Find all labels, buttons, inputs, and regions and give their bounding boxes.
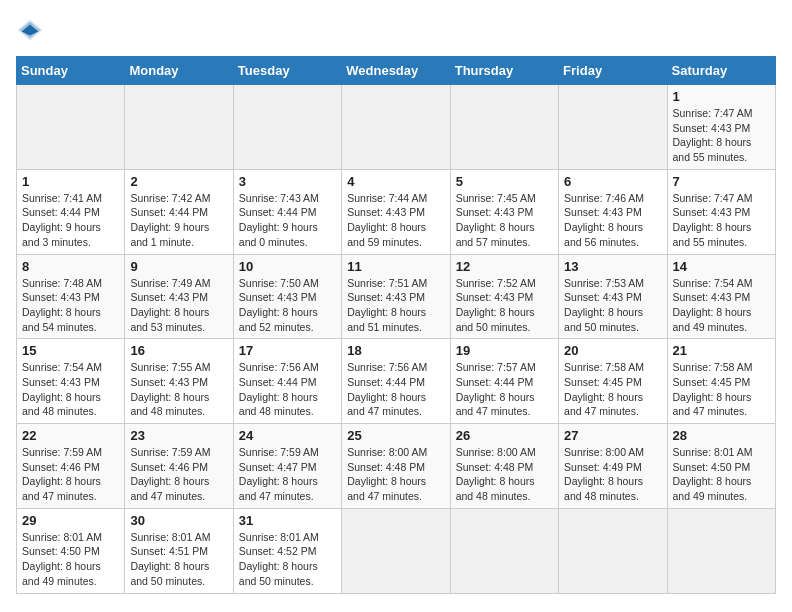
day-info: Sunrise: 7:58 AM Sunset: 4:45 PM Dayligh… bbox=[564, 360, 661, 419]
day-info: Sunrise: 7:45 AM Sunset: 4:43 PM Dayligh… bbox=[456, 191, 553, 250]
calendar-cell bbox=[233, 85, 341, 170]
day-of-week-friday: Friday bbox=[559, 57, 667, 85]
day-number: 12 bbox=[456, 259, 553, 274]
day-info: Sunrise: 7:54 AM Sunset: 4:43 PM Dayligh… bbox=[22, 360, 119, 419]
calendar-cell: 14 Sunrise: 7:54 AM Sunset: 4:43 PM Dayl… bbox=[667, 254, 775, 339]
calendar-cell: 6 Sunrise: 7:46 AM Sunset: 4:43 PM Dayli… bbox=[559, 169, 667, 254]
logo-icon bbox=[16, 16, 44, 44]
day-number: 31 bbox=[239, 513, 336, 528]
day-of-week-tuesday: Tuesday bbox=[233, 57, 341, 85]
calendar-cell bbox=[559, 508, 667, 593]
day-of-week-thursday: Thursday bbox=[450, 57, 558, 85]
calendar-cell bbox=[342, 85, 450, 170]
day-number: 17 bbox=[239, 343, 336, 358]
day-info: Sunrise: 7:49 AM Sunset: 4:43 PM Dayligh… bbox=[130, 276, 227, 335]
day-number: 20 bbox=[564, 343, 661, 358]
day-number: 14 bbox=[673, 259, 770, 274]
calendar-cell: 10 Sunrise: 7:50 AM Sunset: 4:43 PM Dayl… bbox=[233, 254, 341, 339]
day-number: 22 bbox=[22, 428, 119, 443]
day-number: 25 bbox=[347, 428, 444, 443]
day-info: Sunrise: 7:53 AM Sunset: 4:43 PM Dayligh… bbox=[564, 276, 661, 335]
calendar-cell: 21 Sunrise: 7:58 AM Sunset: 4:45 PM Dayl… bbox=[667, 339, 775, 424]
calendar-cell: 15 Sunrise: 7:54 AM Sunset: 4:43 PM Dayl… bbox=[17, 339, 125, 424]
day-info: Sunrise: 7:43 AM Sunset: 4:44 PM Dayligh… bbox=[239, 191, 336, 250]
calendar-cell: 8 Sunrise: 7:48 AM Sunset: 4:43 PM Dayli… bbox=[17, 254, 125, 339]
day-number: 9 bbox=[130, 259, 227, 274]
calendar-cell bbox=[559, 85, 667, 170]
day-number: 15 bbox=[22, 343, 119, 358]
page-header bbox=[16, 16, 776, 44]
day-info: Sunrise: 7:54 AM Sunset: 4:43 PM Dayligh… bbox=[673, 276, 770, 335]
day-of-week-monday: Monday bbox=[125, 57, 233, 85]
day-info: Sunrise: 7:56 AM Sunset: 4:44 PM Dayligh… bbox=[239, 360, 336, 419]
day-info: Sunrise: 7:51 AM Sunset: 4:43 PM Dayligh… bbox=[347, 276, 444, 335]
day-info: Sunrise: 7:41 AM Sunset: 4:44 PM Dayligh… bbox=[22, 191, 119, 250]
day-info: Sunrise: 7:59 AM Sunset: 4:46 PM Dayligh… bbox=[130, 445, 227, 504]
day-number: 27 bbox=[564, 428, 661, 443]
day-info: Sunrise: 8:00 AM Sunset: 4:49 PM Dayligh… bbox=[564, 445, 661, 504]
day-info: Sunrise: 7:42 AM Sunset: 4:44 PM Dayligh… bbox=[130, 191, 227, 250]
calendar-cell: 4 Sunrise: 7:44 AM Sunset: 4:43 PM Dayli… bbox=[342, 169, 450, 254]
calendar-cell: 12 Sunrise: 7:52 AM Sunset: 4:43 PM Dayl… bbox=[450, 254, 558, 339]
logo bbox=[16, 16, 48, 44]
calendar-cell bbox=[17, 85, 125, 170]
day-info: Sunrise: 8:01 AM Sunset: 4:50 PM Dayligh… bbox=[22, 530, 119, 589]
calendar-cell bbox=[450, 85, 558, 170]
calendar-cell bbox=[450, 508, 558, 593]
calendar-cell: 29 Sunrise: 8:01 AM Sunset: 4:50 PM Dayl… bbox=[17, 508, 125, 593]
calendar-cell: 2 Sunrise: 7:42 AM Sunset: 4:44 PM Dayli… bbox=[125, 169, 233, 254]
calendar-cell: 3 Sunrise: 7:43 AM Sunset: 4:44 PM Dayli… bbox=[233, 169, 341, 254]
day-number: 26 bbox=[456, 428, 553, 443]
day-number: 7 bbox=[673, 174, 770, 189]
day-number: 6 bbox=[564, 174, 661, 189]
day-number: 28 bbox=[673, 428, 770, 443]
day-number: 24 bbox=[239, 428, 336, 443]
calendar-cell: 18 Sunrise: 7:56 AM Sunset: 4:44 PM Dayl… bbox=[342, 339, 450, 424]
day-info: Sunrise: 8:00 AM Sunset: 4:48 PM Dayligh… bbox=[456, 445, 553, 504]
day-number: 23 bbox=[130, 428, 227, 443]
day-number: 8 bbox=[22, 259, 119, 274]
calendar-cell: 20 Sunrise: 7:58 AM Sunset: 4:45 PM Dayl… bbox=[559, 339, 667, 424]
day-info: Sunrise: 7:59 AM Sunset: 4:46 PM Dayligh… bbox=[22, 445, 119, 504]
calendar-cell: 13 Sunrise: 7:53 AM Sunset: 4:43 PM Dayl… bbox=[559, 254, 667, 339]
calendar-cell: 1 Sunrise: 7:41 AM Sunset: 4:44 PM Dayli… bbox=[17, 169, 125, 254]
day-number: 30 bbox=[130, 513, 227, 528]
day-info: Sunrise: 7:47 AM Sunset: 4:43 PM Dayligh… bbox=[673, 106, 770, 165]
calendar-cell: 16 Sunrise: 7:55 AM Sunset: 4:43 PM Dayl… bbox=[125, 339, 233, 424]
day-number: 5 bbox=[456, 174, 553, 189]
day-info: Sunrise: 8:01 AM Sunset: 4:52 PM Dayligh… bbox=[239, 530, 336, 589]
day-number: 13 bbox=[564, 259, 661, 274]
calendar-cell: 5 Sunrise: 7:45 AM Sunset: 4:43 PM Dayli… bbox=[450, 169, 558, 254]
day-info: Sunrise: 7:56 AM Sunset: 4:44 PM Dayligh… bbox=[347, 360, 444, 419]
day-info: Sunrise: 7:46 AM Sunset: 4:43 PM Dayligh… bbox=[564, 191, 661, 250]
day-number: 4 bbox=[347, 174, 444, 189]
day-info: Sunrise: 7:47 AM Sunset: 4:43 PM Dayligh… bbox=[673, 191, 770, 250]
day-number: 3 bbox=[239, 174, 336, 189]
day-info: Sunrise: 7:58 AM Sunset: 4:45 PM Dayligh… bbox=[673, 360, 770, 419]
calendar-cell bbox=[667, 508, 775, 593]
day-info: Sunrise: 7:48 AM Sunset: 4:43 PM Dayligh… bbox=[22, 276, 119, 335]
day-number: 10 bbox=[239, 259, 336, 274]
day-info: Sunrise: 7:57 AM Sunset: 4:44 PM Dayligh… bbox=[456, 360, 553, 419]
day-info: Sunrise: 8:00 AM Sunset: 4:48 PM Dayligh… bbox=[347, 445, 444, 504]
calendar-cell: 1 Sunrise: 7:47 AM Sunset: 4:43 PM Dayli… bbox=[667, 85, 775, 170]
day-info: Sunrise: 8:01 AM Sunset: 4:50 PM Dayligh… bbox=[673, 445, 770, 504]
calendar-cell: 25 Sunrise: 8:00 AM Sunset: 4:48 PM Dayl… bbox=[342, 424, 450, 509]
day-of-week-saturday: Saturday bbox=[667, 57, 775, 85]
day-number: 19 bbox=[456, 343, 553, 358]
day-of-week-sunday: Sunday bbox=[17, 57, 125, 85]
calendar-cell: 31 Sunrise: 8:01 AM Sunset: 4:52 PM Dayl… bbox=[233, 508, 341, 593]
calendar-cell: 17 Sunrise: 7:56 AM Sunset: 4:44 PM Dayl… bbox=[233, 339, 341, 424]
day-number: 16 bbox=[130, 343, 227, 358]
calendar-table: SundayMondayTuesdayWednesdayThursdayFrid… bbox=[16, 56, 776, 594]
day-info: Sunrise: 7:44 AM Sunset: 4:43 PM Dayligh… bbox=[347, 191, 444, 250]
day-info: Sunrise: 7:50 AM Sunset: 4:43 PM Dayligh… bbox=[239, 276, 336, 335]
day-number: 18 bbox=[347, 343, 444, 358]
calendar-cell: 30 Sunrise: 8:01 AM Sunset: 4:51 PM Dayl… bbox=[125, 508, 233, 593]
day-info: Sunrise: 7:59 AM Sunset: 4:47 PM Dayligh… bbox=[239, 445, 336, 504]
calendar-cell: 19 Sunrise: 7:57 AM Sunset: 4:44 PM Dayl… bbox=[450, 339, 558, 424]
day-number: 11 bbox=[347, 259, 444, 274]
calendar-cell: 9 Sunrise: 7:49 AM Sunset: 4:43 PM Dayli… bbox=[125, 254, 233, 339]
calendar-cell: 26 Sunrise: 8:00 AM Sunset: 4:48 PM Dayl… bbox=[450, 424, 558, 509]
day-info: Sunrise: 8:01 AM Sunset: 4:51 PM Dayligh… bbox=[130, 530, 227, 589]
